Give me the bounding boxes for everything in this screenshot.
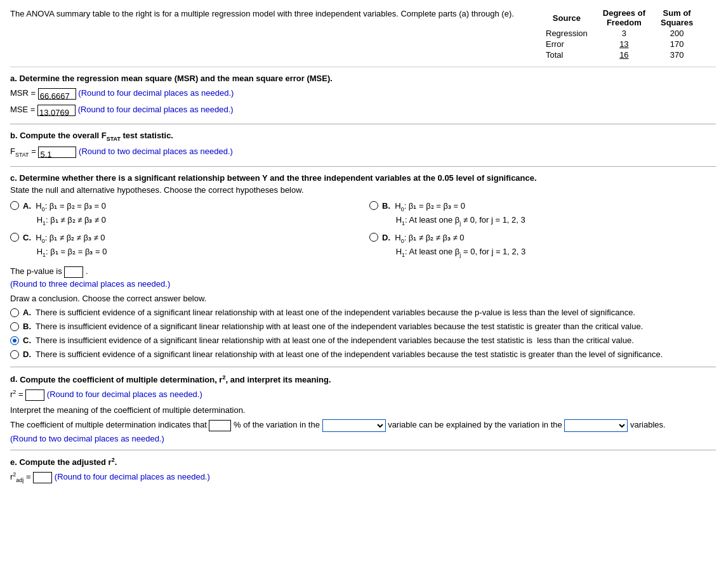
- radj-hint: (Round to four decimal places as needed.…: [55, 472, 210, 481]
- fstat-hint: (Round to two decimal places as needed.): [79, 147, 233, 156]
- coeff-round-hint: (Round to two decimal places as needed.): [10, 434, 716, 443]
- source-total: Total: [538, 49, 595, 60]
- conclusion-option-a[interactable]: A. There is sufficient evidence of a sig…: [10, 307, 716, 318]
- source-regression: Regression: [538, 28, 595, 39]
- hyp-d-text: D. H0: β₁ ≠ β₂ ≠ β₃ ≠ 0 H1: At least one…: [382, 232, 525, 259]
- mse-input[interactable]: 13.0769: [37, 105, 76, 116]
- coeff-text4: variables.: [630, 420, 666, 429]
- hyp-d-label: D. H0: β₁ ≠ β₂ ≠ β₃ ≠ 0: [382, 232, 525, 245]
- hyp-a-text: A. H0: β₁ = β₂ = β₃ = 0 H1: β₁ ≠ β₂ ≠ β₃…: [23, 200, 106, 228]
- part-c: c. Determine whether there is a signific…: [10, 173, 716, 360]
- conclusion-option-c[interactable]: C. There is insufficient evidence of a s…: [10, 335, 716, 346]
- coeff-var-select[interactable]: [322, 419, 386, 432]
- msr-label: MSR =: [10, 88, 38, 98]
- col-df: Degrees ofFreedom: [595, 8, 653, 28]
- radio-conclusion-c[interactable]: [10, 336, 19, 345]
- part-d-description: Compute the coefficient of multiple dete…: [20, 375, 331, 384]
- msr-input[interactable]: 66.6667: [38, 88, 76, 100]
- pvalue-period: .: [86, 266, 88, 276]
- table-row: Error 13 170: [538, 39, 701, 49]
- table-row: Total 16 370: [538, 49, 701, 60]
- r2-hint: (Round to four decimal places as needed.…: [47, 389, 202, 399]
- part-e-label: e.: [10, 457, 17, 467]
- part-b-label: b.: [10, 131, 18, 140]
- hyp-c-h1: H1: β₁ = β₂ = β₃ = 0: [23, 245, 107, 259]
- radio-a[interactable]: [10, 201, 19, 210]
- hyp-b-text: B. H0: β₁ = β₂ = β₃ = 0 H1: At least one…: [382, 200, 525, 228]
- col-source: Source: [538, 8, 595, 28]
- pvalue-label: The p-value is: [10, 266, 62, 276]
- conclusion-b-text: B. There is insufficient evidence of a s…: [23, 321, 643, 332]
- coeff-vars-select[interactable]: [564, 419, 628, 432]
- state-hyp: State the null and alternative hypothese…: [10, 185, 716, 195]
- radio-conclusion-a[interactable]: [10, 308, 19, 317]
- conclusion-d-text: D. There is sufficient evidence of a sig…: [23, 349, 663, 360]
- radio-c[interactable]: [10, 233, 19, 242]
- pvalue-hint: (Round to three decimal places as needed…: [10, 279, 716, 289]
- pvalue-input[interactable]: [64, 266, 83, 278]
- hypothesis-option-c[interactable]: C. H0: β₁ ≠ β₂ ≠ β₃ ≠ 0 H1: β₁ = β₂ = β₃…: [10, 232, 357, 259]
- conclusion-c-text: C. There is insufficient evidence of a s…: [23, 335, 634, 346]
- col-ss: Sum ofSquares: [653, 8, 701, 28]
- coeff-determination-text: The coefficient of multiple determinatio…: [10, 417, 716, 432]
- part-a: a. Determine the regression mean square …: [10, 74, 716, 117]
- coeff-text1: The coefficient of multiple determinatio…: [10, 420, 207, 429]
- df-regression: 3: [595, 28, 653, 39]
- hyp-d-h1: H1: At least one βj = 0, for j = 1, 2, 3: [382, 245, 525, 259]
- hyp-b-h1: H1: At least one βj ≠ 0, for j = 1, 2, 3: [382, 214, 525, 228]
- radio-d[interactable]: [369, 233, 378, 242]
- radj-label: r2adj =: [10, 472, 33, 481]
- hyp-c-label: C. H0: β₁ ≠ β₂ ≠ β₃ ≠ 0: [23, 232, 107, 245]
- anova-table: Source Degrees ofFreedom Sum ofSquares R…: [538, 8, 716, 60]
- part-b: b. Compute the overall FSTAT test statis…: [10, 131, 716, 160]
- coeff-pct-input[interactable]: [209, 420, 231, 431]
- radj-input[interactable]: [33, 472, 52, 483]
- conclusion-a-text: A. There is sufficient evidence of a sig…: [23, 307, 635, 318]
- hypothesis-option-d[interactable]: D. H0: β₁ ≠ β₂ ≠ β₃ ≠ 0 H1: At least one…: [369, 232, 716, 259]
- table-row: Regression 3 200: [538, 28, 701, 39]
- ss-total: 370: [653, 49, 701, 60]
- msr-hint: (Round to four decimal places as needed.…: [78, 88, 234, 98]
- part-e-description: Compute the adjusted r2.: [19, 457, 117, 467]
- radio-conclusion-d[interactable]: [10, 350, 19, 359]
- conclusion-options: A. There is sufficient evidence of a sig…: [10, 307, 716, 361]
- radio-conclusion-b[interactable]: [10, 322, 19, 331]
- hyp-a-h1: H1: β₁ ≠ β₂ ≠ β₃ ≠ 0: [23, 214, 106, 228]
- pvalue-row: The p-value is .: [10, 266, 716, 278]
- hyp-b-label: B. H0: β₁ = β₂ = β₃ = 0: [382, 200, 525, 214]
- part-a-label: a.: [10, 74, 17, 83]
- coeff-text3: variable can be explained by the variati…: [388, 420, 562, 429]
- part-a-description: Determine the regression mean square (MS…: [19, 74, 332, 83]
- hypothesis-option-a[interactable]: A. H0: β₁ = β₂ = β₃ = 0 H1: β₁ ≠ β₂ ≠ β₃…: [10, 200, 357, 228]
- hyp-c-text: C. H0: β₁ ≠ β₂ ≠ β₃ ≠ 0 H1: β₁ = β₂ = β₃…: [23, 232, 107, 259]
- part-d-label: d.: [10, 375, 18, 384]
- conclusion-label: Draw a conclusion. Choose the correct an…: [10, 294, 716, 303]
- mse-label: MSE =: [10, 105, 37, 114]
- intro-paragraph: The ANOVA summary table to the right is …: [10, 9, 514, 18]
- df-error: 13: [595, 39, 653, 49]
- r2-input[interactable]: [25, 389, 44, 401]
- hypothesis-option-b[interactable]: B. H0: β₁ = β₂ = β₃ = 0 H1: At least one…: [369, 200, 716, 228]
- part-c-label: c.: [10, 173, 17, 183]
- radio-b[interactable]: [369, 201, 378, 210]
- interpret-label: Interpret the meaning of the coefficient…: [10, 405, 716, 415]
- hypothesis-grid: A. H0: β₁ = β₂ = β₃ = 0 H1: β₁ ≠ β₂ ≠ β₃…: [10, 200, 716, 259]
- ss-error: 170: [653, 39, 701, 49]
- intro-text: The ANOVA summary table to the right is …: [10, 8, 525, 60]
- conclusion-option-b[interactable]: B. There is insufficient evidence of a s…: [10, 321, 716, 332]
- fstat-label: FSTAT =: [10, 147, 38, 156]
- part-b-description: Compute the overall FSTAT test statistic…: [20, 131, 173, 140]
- fstat-input[interactable]: 5.1: [38, 147, 76, 158]
- part-e: e. Compute the adjusted r2. r2adj = (Rou…: [10, 457, 716, 485]
- part-d: d. Compute the coefficient of multiple d…: [10, 374, 716, 443]
- r2-label: r2 =: [10, 389, 25, 399]
- hyp-a-label: A. H0: β₁ = β₂ = β₃ = 0: [23, 200, 106, 214]
- source-error: Error: [538, 39, 595, 49]
- part-c-description: Determine whether there is a significant…: [19, 173, 536, 183]
- df-total: 16: [595, 49, 653, 60]
- ss-regression: 200: [653, 28, 701, 39]
- mse-hint: (Round to four decimal places as needed.…: [78, 105, 234, 114]
- conclusion-option-d[interactable]: D. There is sufficient evidence of a sig…: [10, 349, 716, 360]
- coeff-text2: % of the variation in the: [234, 420, 320, 429]
